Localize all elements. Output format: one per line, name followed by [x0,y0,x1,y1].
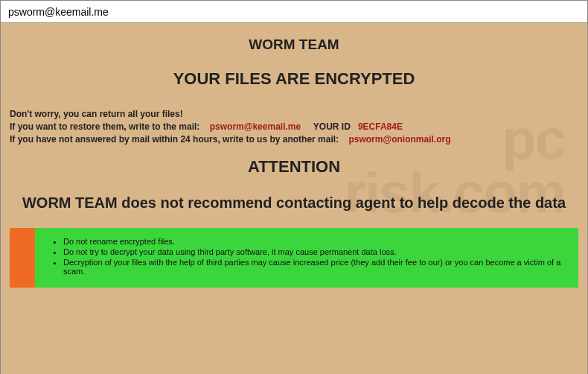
heading-attention: ATTENTION [10,157,578,177]
warning-box: Do not rename encrypted files. Do not tr… [10,228,578,288]
heading-advice: WORM TEAM does not recommend contacting … [10,194,578,212]
titlebar: psworm@keemail.me [1,1,587,23]
intro-line1: Don't worry, you can return all your fil… [10,108,578,121]
your-id-label: YOUR ID [313,121,351,132]
contact-email-2: psworm@onionmail.org [348,134,450,145]
intro-line2: If you want to restore them, write to th… [10,121,578,133]
heading-files-encrypted: YOUR FILES ARE ENCRYPTED [10,69,578,89]
app-window: psworm@keemail.me pc risk.com WORM TEAM … [0,0,588,374]
heading-team: WORM TEAM [10,37,578,53]
instructions-block: Don't worry, you can return all your fil… [10,108,578,145]
your-id-value: 9ECFA84E [358,121,403,132]
warning-list: Do not rename encrypted files. Do not tr… [63,237,563,276]
warning-item-1: Do not rename encrypted files. [63,237,563,246]
warning-item-3: Decryption of your files with the help o… [63,258,563,276]
content-scroll-area[interactable]: pc risk.com WORM TEAM YOUR FILES ARE ENC… [1,23,587,374]
warning-list-panel: Do not rename encrypted files. Do not tr… [35,228,578,288]
contact-email-1: psworm@keemail.me [210,121,301,132]
warning-item-2: Do not try to decrypt your data using th… [63,247,563,256]
intro-line2-prefix: If you want to restore them, write to th… [10,121,199,132]
content-body: WORM TEAM YOUR FILES ARE ENCRYPTED Don't… [1,23,587,317]
intro-line3-prefix: If you have not answered by mail within … [10,134,339,145]
warning-accent-stripe [10,228,35,288]
intro-line3: If you have not answered by mail within … [10,133,578,146]
window-title: psworm@keemail.me [8,6,109,18]
